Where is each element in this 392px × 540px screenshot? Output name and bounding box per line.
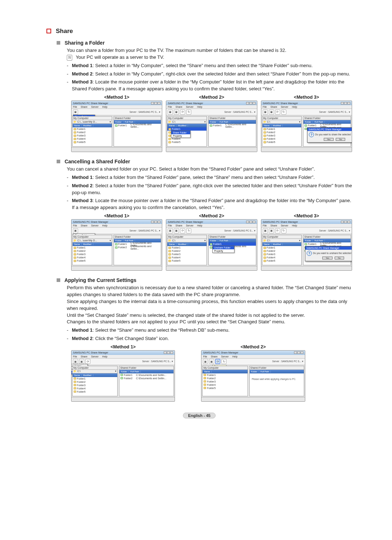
confirm-dialog: SAMSUNG PC Share Manager ?Do you want to… [305,246,352,261]
sharing-m1: - Method 1: Select a folder in “My Compu… [67,62,352,69]
label-m1: <Method 1> [71,95,162,100]
screenshot-apply-m2: SAMSUNG PC Share Manager FileShareServer… [201,350,305,402]
no-button[interactable]: No [335,257,344,259]
section-cancelling: Cancelling a Shared Folder You can cance… [57,159,352,271]
sharing-m3: - Method 3: Locate the mouse pointer ove… [67,79,352,93]
heading-sharing: Sharing a Folder [57,40,352,46]
cancel-m2: -Method 2: Select a folder from the “Sha… [67,183,352,196]
yes-button[interactable]: Yes [324,138,334,141]
apply-m1: -Method 1: Select the “Share” menu and s… [67,327,352,334]
heading-applying: Applying the Current Settings [57,277,352,283]
sharing-note: N Your PC will operate as a server to th… [67,54,352,61]
apply-m2: -Method 2: Click the “Set Changed State”… [67,335,352,342]
section-applying: Applying the Current Settings Perform th… [57,277,352,402]
wait-message: Please wait while applying changes to PC… [250,373,304,385]
section-sharing: Sharing a Folder You can share a folder … [57,40,352,152]
nav-icon: ▣ [73,110,78,115]
label-m3: <Method 3> [261,95,352,100]
screenshot-cancel-m2: SAMSUNG PC Share Manager FileShareServer… [166,219,257,271]
screenshot-apply-m1: SAMSUNG PC Share Manager FileShareServer… [71,350,175,402]
screenshot-cancel-m1: SAMSUNG PC Share Manager FileShareServer… [71,219,162,271]
screenshot-share-m2: SAMSUNG PC Share Manager FileShareServer… [166,101,257,152]
page: Share Sharing a Folder You can share a f… [0,0,392,433]
bullet-square-icon [46,29,51,33]
sharing-screens: <Method 1> SAMSUNG PC Share Manager File… [71,95,352,152]
no-button[interactable]: No [336,138,345,141]
screenshot-share-m1: SAMSUNG PC Share Manager FileShareServer… [71,101,162,152]
context-menu: Unshare Folder Property [212,246,234,253]
apply-screens: <Method 1> SAMSUNG PC Share Manager File… [71,344,352,402]
context-menu: Share Folder Property [171,131,191,138]
bullet-small-icon [57,41,60,45]
bullet-small-icon [57,278,60,282]
set-changed-state-icon[interactable]: ⟳ [215,359,220,364]
page-footer: English - 45 [183,413,216,418]
sharing-intro: You can share a folder from your PC to t… [67,47,352,54]
question-icon: ? [307,251,312,256]
section-share-heading: Share [46,28,352,35]
confirm-dialog: SAMSUNG PC Share Manager ?Do you want to… [307,127,352,143]
folder-icon [74,128,76,130]
question-icon: ? [309,132,314,137]
cancel-screens: <Method 1> SAMSUNG PC Share Manager File… [71,213,352,271]
yes-button[interactable]: Yes [322,257,332,259]
label-m2: <Method 2> [166,95,257,100]
screenshot-cancel-m3: SAMSUNG PC Share Manager FileShareServer… [261,219,352,271]
share-title: Share [56,28,73,34]
note-icon: N [67,55,72,61]
cancel-intro: You can cancel a shared folder on your P… [67,166,352,173]
bullet-small-icon [57,160,60,163]
sharing-m2: - Method 2: Select a folder in “My Compu… [67,71,352,78]
screenshot-share-m3: SAMSUNG PC Share Manager FileShareServer… [261,101,352,152]
cancel-m1: -Method 1: Select a folder from the “Sha… [67,174,352,181]
heading-cancelling: Cancelling a Shared Folder [57,159,352,164]
shared-folder-icon [115,124,118,127]
window-buttons [151,102,160,105]
cancel-m3: -Method 3: Locate the mouse pointer over… [67,197,352,211]
